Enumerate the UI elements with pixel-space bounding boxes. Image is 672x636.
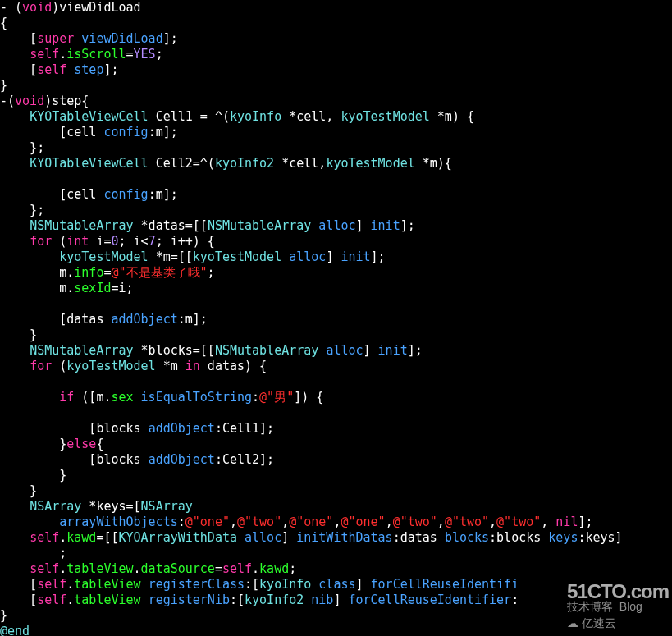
code-line: arrayWithObjects:@"one",@"two",@"one",@"…	[0, 515, 593, 529]
code-line: NSMutableArray *datas=[[NSMutableArray a…	[0, 218, 415, 233]
code-line: @end	[0, 624, 30, 636]
code-line: for (kyoTestModel *m in datas) {	[0, 359, 267, 373]
code-line: [blocks addObject:Cell2];	[0, 452, 274, 467]
code-line: KYOTableViewCell Cell1 = ^(kyoInfo *cell…	[0, 109, 474, 124]
code-line: }	[0, 608, 7, 623]
code-line: }	[0, 483, 37, 498]
code-line: {	[0, 16, 7, 30]
code-line: m.sexId=i;	[0, 281, 134, 295]
code-line: KYOTableViewCell Cell2=^(kyoInfo2 *cell,…	[0, 156, 452, 171]
code-line: }	[0, 468, 66, 483]
code-line: [super viewDidLoad];	[0, 31, 178, 46]
code-line: [self step];	[0, 62, 119, 77]
code-line: };	[0, 203, 44, 217]
code-line: kyoTestModel *m=[[kyoTestModel alloc] in…	[0, 249, 386, 264]
code-line: NSArray *keys=[NSArray	[0, 499, 193, 514]
code-line: -(void)step{	[0, 94, 89, 108]
code-line: }	[0, 327, 37, 342]
code-line: ;	[0, 546, 66, 561]
code-line: }	[0, 78, 7, 93]
code-line: [cell config:m];	[0, 187, 178, 202]
code-editor[interactable]: - (void)viewDidLoad { [super viewDidLoad…	[0, 0, 672, 636]
code-line: self.tableView.dataSource=self.kawd;	[0, 561, 296, 576]
code-line: if ([m.sex isEqualToString:@"男"]) {	[0, 390, 323, 405]
code-line: [self.tableView registerClass:[kyoInfo c…	[0, 577, 519, 592]
code-line: self.isScroll=YES;	[0, 47, 163, 62]
code-line: }else{	[0, 437, 103, 451]
code-line: [datas addObject:m];	[0, 312, 208, 327]
code-line: - (void)viewDidLoad	[0, 0, 141, 15]
code-line: m.info=@"不是基类了哦";	[0, 265, 215, 280]
code-line: [cell config:m];	[0, 125, 178, 140]
code-line: self.kawd=[[KYOArrayWithData alloc] init…	[0, 530, 623, 545]
code-line: for (int i=0; i<7; i++) {	[0, 234, 215, 249]
code-line: [self.tableView registerNib:[kyoInfo2 ni…	[0, 593, 519, 607]
code-line: };	[0, 140, 44, 155]
code-line: [blocks addObject:Cell1];	[0, 421, 274, 436]
code-line: NSMutableArray *blocks=[[NSMutableArray …	[0, 343, 423, 358]
